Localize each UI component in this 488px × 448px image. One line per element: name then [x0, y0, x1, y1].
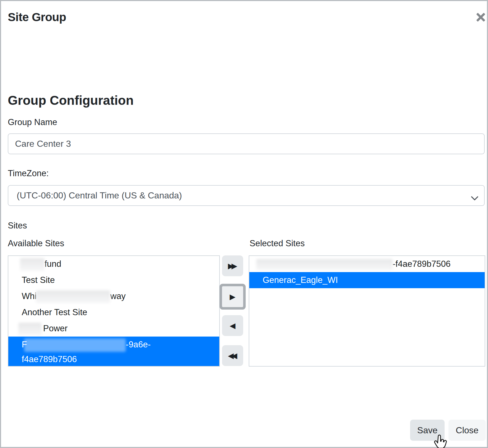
list-item[interactable]: Power [8, 320, 219, 337]
redacted-text [36, 290, 110, 303]
move-right-button[interactable]: ▶ [222, 286, 243, 307]
redacted-text [24, 339, 126, 352]
list-item[interactable]: Whiway [8, 288, 219, 304]
list-item[interactable]: Another Test Site [8, 304, 219, 320]
move-all-left-button[interactable]: ◀◀ [222, 345, 243, 366]
redacted-text [18, 323, 41, 335]
item-text: Whi [22, 291, 36, 301]
available-sites-list[interactable]: fundTest SiteWhiwayAnother Test SitePowe… [8, 255, 220, 367]
close-icon [474, 11, 487, 24]
item-text: fund [45, 259, 61, 269]
sites-label: Sites [8, 221, 27, 231]
move-all-right-button[interactable]: ▶▶ [222, 255, 243, 276]
redacted-text [20, 258, 45, 271]
selected-sites-list[interactable]: -f4ae789b7506Generac_Eagle_WI [249, 255, 485, 367]
group-configuration-heading: Group Configuration [8, 93, 134, 108]
list-item[interactable]: F-9a6e-f4ae789b7506 [8, 337, 219, 367]
list-item[interactable]: fund [8, 256, 219, 272]
timezone-selected-value: (UTC-06:00) Central Time (US & Canada) [17, 190, 182, 201]
item-text: -9a6e- [126, 340, 151, 349]
site-group-dialog: Site Group ✕ Group Configuration Group N… [1, 1, 487, 447]
right-arrow-icon: ▶ [230, 292, 236, 301]
timezone-label: TimeZone: [8, 168, 49, 178]
list-item[interactable]: Test Site [8, 272, 219, 288]
save-button[interactable]: Save [410, 420, 445, 441]
selected-sites-label: Selected Sites [250, 238, 305, 248]
item-text: Power [43, 323, 68, 333]
close-button[interactable]: ✕ [474, 11, 487, 24]
group-name-input[interactable] [8, 133, 485, 154]
redacted-text [256, 259, 393, 270]
double-right-arrow-icon: ▶▶ [228, 262, 237, 270]
move-left-button[interactable]: ◀ [222, 315, 243, 336]
item-text: Another Test Site [22, 307, 87, 317]
list-item[interactable]: -f4ae789b7506 [249, 256, 485, 272]
item-text: Test Site [22, 275, 55, 285]
dialog-title: Site Group [8, 11, 66, 24]
close-dialog-button[interactable]: Close [448, 420, 486, 441]
item-text: -f4ae789b7506 [393, 259, 451, 269]
item-text: Generac_Eagle_WI [263, 275, 338, 285]
item-text: way [110, 291, 125, 301]
left-arrow-icon: ◀ [230, 321, 236, 330]
timezone-select[interactable]: (UTC-06:00) Central Time (US & Canada) [8, 185, 485, 206]
list-item[interactable]: Generac_Eagle_WI [249, 272, 485, 288]
available-sites-label: Available Sites [8, 238, 64, 248]
double-left-arrow-icon: ◀◀ [228, 351, 237, 360]
item-text: f4ae789b7506 [22, 354, 77, 364]
chevron-down-icon [471, 193, 479, 203]
group-name-label: Group Name [8, 117, 57, 127]
